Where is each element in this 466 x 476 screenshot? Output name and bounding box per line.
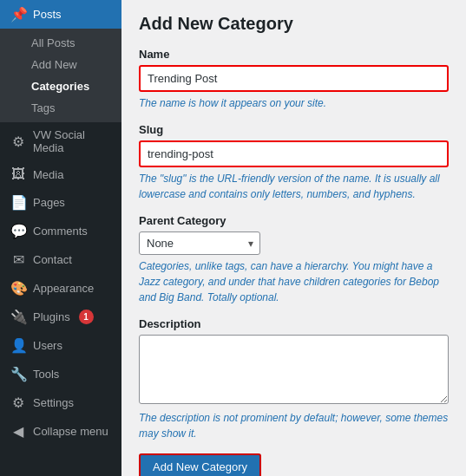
tools-icon: 🔧 bbox=[10, 366, 26, 382]
sidebar-item-label: Contact bbox=[33, 253, 72, 266]
parent-label: Parent Category bbox=[139, 214, 449, 227]
sidebar-item-comments[interactable]: 💬 Comments bbox=[0, 217, 121, 245]
posts-icon: 📌 bbox=[10, 6, 26, 23]
sidebar-item-label: Posts bbox=[33, 8, 62, 21]
sidebar-item-label: Comments bbox=[33, 225, 88, 238]
sidebar-item-media[interactable]: 🖼 Media bbox=[0, 160, 121, 188]
sidebar-item-label: Appearance bbox=[33, 282, 94, 295]
sidebar-item-label: Collapse menu bbox=[33, 425, 108, 438]
sidebar-item-all-posts[interactable]: All Posts bbox=[0, 32, 121, 54]
sidebar: 📌 Posts All Posts Add New Categories Tag… bbox=[0, 0, 121, 476]
sidebar-item-tags[interactable]: Tags bbox=[0, 97, 121, 119]
sidebar-item-label: Pages bbox=[33, 196, 65, 209]
sidebar-item-label: VW Social Media bbox=[33, 128, 113, 154]
name-label: Name bbox=[139, 48, 449, 61]
main-content: Add New Category Name The name is how it… bbox=[121, 0, 466, 476]
contact-icon: ✉ bbox=[10, 251, 26, 268]
parent-hint: Categories, unlike tags, can have a hier… bbox=[139, 258, 449, 305]
plugins-badge: 1 bbox=[79, 310, 94, 324]
sidebar-item-tools[interactable]: 🔧 Tools bbox=[0, 360, 121, 388]
sidebar-item-plugins[interactable]: 🔌 Plugins 1 bbox=[0, 303, 121, 331]
sidebar-item-label: Tools bbox=[33, 368, 59, 381]
name-input[interactable] bbox=[139, 65, 449, 92]
parent-select[interactable]: None bbox=[139, 231, 260, 255]
settings-icon: ⚙ bbox=[10, 394, 26, 411]
comments-icon: 💬 bbox=[10, 223, 26, 239]
parent-category-group: Parent Category None ▾ Categories, unlik… bbox=[139, 214, 449, 305]
description-label: Description bbox=[139, 317, 449, 330]
add-new-category-button[interactable]: Add New Category bbox=[139, 453, 261, 476]
description-field-group: Description The description is not promi… bbox=[139, 317, 449, 441]
users-icon: 👤 bbox=[10, 337, 26, 354]
collapse-icon: ◀ bbox=[10, 423, 26, 440]
page-title: Add New Category bbox=[139, 14, 449, 34]
slug-input[interactable] bbox=[139, 140, 449, 167]
slug-label: Slug bbox=[139, 123, 449, 136]
sidebar-item-label: Media bbox=[33, 168, 63, 181]
sidebar-item-pages[interactable]: 📄 Pages bbox=[0, 188, 121, 217]
sidebar-item-settings[interactable]: ⚙ Settings bbox=[0, 388, 121, 417]
description-textarea[interactable] bbox=[139, 335, 449, 404]
media-icon: 🖼 bbox=[10, 166, 26, 182]
sidebar-item-label: Plugins bbox=[33, 310, 70, 323]
plugins-icon: 🔌 bbox=[10, 309, 26, 325]
name-hint: The name is how it appears on your site. bbox=[139, 95, 449, 111]
posts-submenu: All Posts Add New Categories Tags bbox=[0, 29, 121, 122]
vw-social-media-icon: ⚙ bbox=[10, 134, 26, 150]
sidebar-item-users[interactable]: 👤 Users bbox=[0, 331, 121, 360]
sidebar-item-posts[interactable]: 📌 Posts bbox=[0, 0, 121, 29]
sidebar-item-contact[interactable]: ✉ Contact bbox=[0, 245, 121, 274]
slug-field-group: Slug The "slug" is the URL-friendly vers… bbox=[139, 123, 449, 202]
name-field-group: Name The name is how it appears on your … bbox=[139, 48, 449, 111]
sidebar-item-collapse[interactable]: ◀ Collapse menu bbox=[0, 417, 121, 446]
sidebar-item-appearance[interactable]: 🎨 Appearance bbox=[0, 274, 121, 303]
sidebar-item-label: Settings bbox=[33, 396, 74, 409]
slug-hint: The "slug" is the URL-friendly version o… bbox=[139, 171, 449, 202]
submit-group: Add New Category bbox=[139, 453, 449, 476]
parent-select-wrapper: None ▾ bbox=[139, 231, 260, 255]
sidebar-item-vw-social-media[interactable]: ⚙ VW Social Media bbox=[0, 122, 121, 160]
sidebar-item-categories[interactable]: Categories bbox=[0, 75, 121, 97]
appearance-icon: 🎨 bbox=[10, 280, 26, 297]
pages-icon: 📄 bbox=[10, 194, 26, 211]
description-hint: The description is not prominent by defa… bbox=[139, 410, 449, 441]
sidebar-item-add-new[interactable]: Add New bbox=[0, 54, 121, 75]
sidebar-item-label: Users bbox=[33, 339, 62, 352]
